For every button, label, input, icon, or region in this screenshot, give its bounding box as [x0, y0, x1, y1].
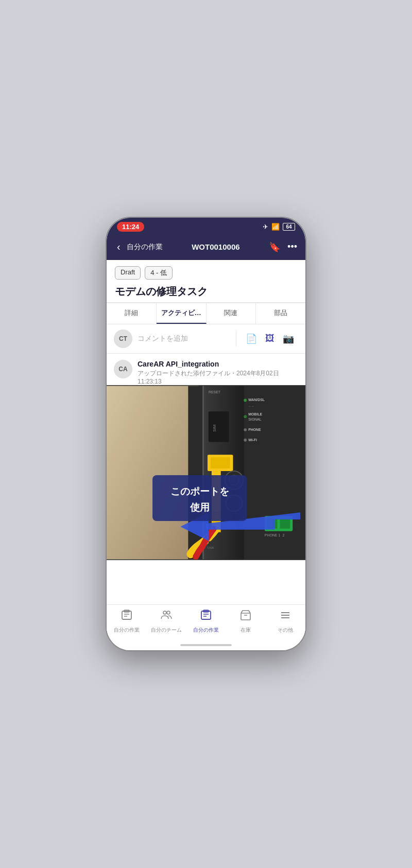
svg-rect-47 [241, 613, 250, 620]
nav-action-icons: 🔖 ••• [269, 241, 297, 253]
svg-point-13 [244, 428, 247, 431]
nav-bar: ‹ 自分の作業 WOT0010006 🔖 ••• [107, 235, 305, 260]
header-section: Draft 4 - 低 モデムの修理タスク [107, 260, 305, 303]
bottom-nav: 自分の作業 自分のチーム [107, 604, 305, 642]
priority-badge: 4 - 低 [145, 266, 173, 280]
svg-text:←→: ←→ [248, 405, 254, 408]
svg-text:使用: 使用 [190, 502, 210, 513]
svg-rect-19 [211, 457, 230, 468]
tab-related[interactable]: 関連 [207, 303, 256, 324]
tab-bar: 詳細 アクティビ… 関連 部品 [107, 303, 305, 324]
svg-text:MOBILE: MOBILE [248, 412, 262, 416]
svg-text:PHONE: PHONE [248, 428, 261, 431]
bottom-nav-label-3: 自分の作業 [193, 627, 219, 634]
svg-rect-32 [152, 475, 247, 521]
more-icon [279, 609, 291, 624]
badge-row: Draft 4 - 低 [115, 266, 297, 280]
activity-author: CareAR API_integration [138, 360, 298, 368]
my-work-icon-1 [121, 609, 133, 624]
activity-avatar: CA [114, 360, 132, 378]
bottom-nav-inventory[interactable]: 在庫 [226, 609, 266, 634]
bottom-nav-label-4: 在庫 [241, 627, 251, 634]
comment-actions: 📄 🖼 📷 [236, 331, 298, 346]
svg-point-41 [163, 611, 166, 614]
bottom-nav-my-team[interactable]: 自分のチーム [146, 609, 186, 634]
tab-parts[interactable]: 部品 [256, 303, 305, 324]
svg-text:2: 2 [282, 533, 284, 537]
bottom-nav-my-work-2[interactable]: 自分の作業 [186, 609, 226, 634]
comment-row: CT コメントを追加 📄 🖼 📷 [107, 324, 305, 354]
bottom-nav-my-work-1[interactable]: 自分の作業 [107, 609, 146, 634]
svg-text:PHONE 1: PHONE 1 [265, 533, 280, 537]
content-area: Draft 4 - 低 モデムの修理タスク 詳細 アクティビ… 関連 部品 CT… [107, 260, 305, 604]
back-button[interactable]: ‹ [115, 239, 123, 255]
status-time: 11:24 [117, 222, 144, 232]
activity-section: CT コメントを追加 📄 🖼 📷 CA CareAR API_integrati… [107, 324, 305, 604]
nav-back-label: 自分の作業 [127, 242, 163, 252]
svg-rect-27 [280, 518, 290, 529]
bottom-nav-other[interactable]: その他 [266, 609, 305, 634]
svg-text:USB: USB [208, 546, 214, 549]
svg-point-14 [244, 439, 247, 442]
wifi-icon: 📶 [271, 223, 280, 231]
svg-rect-1 [107, 386, 198, 560]
inventory-icon [239, 609, 252, 624]
svg-text:SIGNAL: SIGNAL [248, 418, 261, 421]
bookmark-icon[interactable]: 🔖 [269, 241, 280, 253]
activity-meta: アップロードされた添付ファイル・2024年8月02日 11:23:13 [138, 369, 298, 385]
my-team-icon [160, 609, 173, 624]
svg-text:WAN/DSL: WAN/DSL [248, 398, 265, 402]
svg-point-11 [244, 398, 247, 402]
user-avatar: CT [114, 329, 132, 348]
svg-point-12 [244, 415, 247, 418]
more-options-icon[interactable]: ••• [287, 241, 297, 252]
tab-details[interactable]: 詳細 [107, 303, 157, 324]
work-order-id: WOT0010006 [167, 242, 265, 251]
svg-text:Wi-Fi: Wi-Fi [248, 438, 257, 442]
airplane-icon: ✈ [263, 223, 268, 231]
bottom-nav-label-2: 自分のチーム [151, 627, 182, 634]
activity-item: CA CareAR API_integration アップロードされた添付ファイ… [107, 354, 305, 385]
svg-rect-36 [209, 542, 216, 547]
home-indicator [107, 642, 305, 650]
attach-image-icon[interactable]: 🖼 [261, 331, 279, 346]
status-badge: Draft [115, 266, 141, 280]
svg-text:このポートを: このポートを [170, 486, 229, 497]
status-icons: ✈ 📶 64 [263, 223, 295, 231]
battery-icon: 64 [283, 223, 295, 231]
svg-text:SIM: SIM [212, 425, 217, 432]
bottom-nav-label-5: その他 [278, 627, 293, 634]
page-title: モデムの修理タスク [115, 285, 297, 298]
comment-input[interactable]: コメントを追加 [138, 334, 231, 343]
attach-document-icon[interactable]: 📄 [242, 331, 261, 346]
home-bar [180, 644, 232, 646]
svg-point-42 [167, 611, 170, 614]
modem-image: WAN/DSL ←→ MOBILE SIGNAL PHONE Wi-Fi [107, 385, 305, 560]
modem-scene-svg: WAN/DSL ←→ MOBILE SIGNAL PHONE Wi-Fi [107, 385, 305, 560]
status-bar: 11:24 ✈ 📶 64 [107, 218, 305, 235]
camera-icon[interactable]: 📷 [279, 331, 298, 346]
tab-activity[interactable]: アクティビ… [157, 303, 207, 324]
bottom-nav-label-1: 自分の作業 [114, 627, 140, 634]
my-work-icon-2-active [200, 609, 212, 624]
svg-text:RESET: RESET [209, 390, 221, 394]
activity-content: CareAR API_integration アップロードされた添付ファイル・2… [138, 360, 298, 385]
